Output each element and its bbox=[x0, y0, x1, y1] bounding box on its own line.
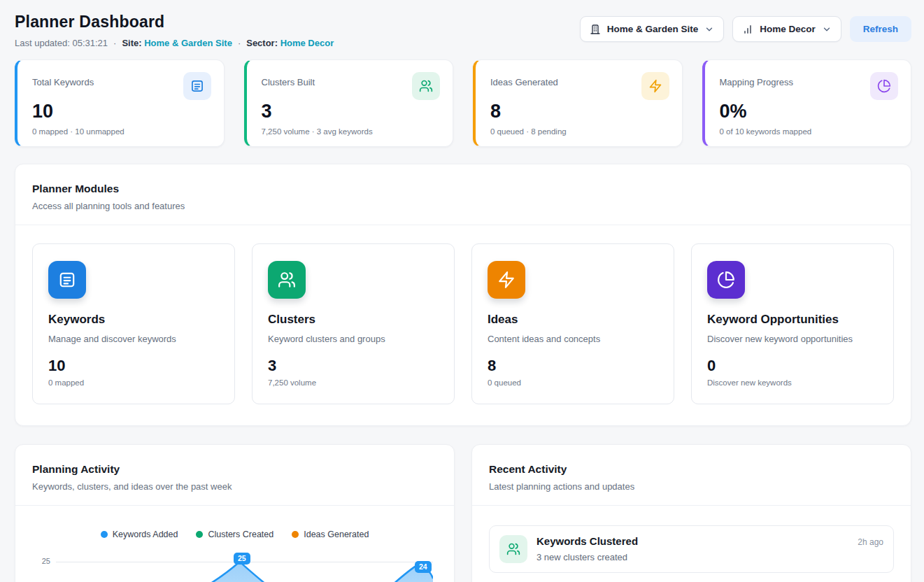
stat-label: Total Keywords bbox=[32, 77, 94, 87]
site-selector-label: Home & Garden Site bbox=[607, 24, 699, 34]
users-icon bbox=[268, 261, 306, 299]
sector-selector-dropdown[interactable]: Home Decor bbox=[732, 16, 841, 42]
planner-dashboard-page: Planner Dashboard Last updated: 05:31:21… bbox=[0, 0, 924, 582]
last-updated: Last updated: 05:31:21 bbox=[15, 38, 108, 48]
module-description: Content ideas and concepts bbox=[488, 334, 658, 344]
header-left: Planner Dashboard Last updated: 05:31:21… bbox=[15, 13, 334, 48]
stat-label: Mapping Progress bbox=[720, 77, 794, 87]
site-meta: Site: Home & Garden Site bbox=[122, 38, 232, 48]
meta-separator: · bbox=[238, 38, 241, 48]
sector-selector-label: Home Decor bbox=[760, 24, 816, 34]
section-title: Recent Activity bbox=[489, 463, 894, 476]
module-card-keywords[interactable]: Keywords Manage and discover keywords 10… bbox=[32, 243, 235, 404]
bar-chart-icon bbox=[742, 24, 753, 35]
chevron-down-icon bbox=[704, 24, 714, 34]
stat-card-clusters-built: Clusters Built 3 7,250 volume · 3 avg ke… bbox=[244, 59, 454, 147]
module-card-clusters[interactable]: Clusters Keyword clusters and groups 3 7… bbox=[252, 243, 455, 404]
activity-description: 3 new clusters created bbox=[536, 552, 883, 562]
note-icon bbox=[48, 261, 86, 299]
legend-dot-green bbox=[196, 531, 203, 538]
legend-item-ideas-generated: Ideas Generated bbox=[292, 530, 369, 539]
sector-link[interactable]: Home Decor bbox=[280, 38, 334, 48]
section-subtitle: Access all planning tools and features bbox=[32, 201, 894, 211]
activity-item: Keywords Clustered 2h ago 3 new clusters… bbox=[489, 525, 894, 573]
pie-chart-icon bbox=[870, 72, 898, 100]
header-controls: Home & Garden Site Home Decor Refresh bbox=[580, 16, 911, 42]
chart-legend: Keywords Added Clusters Created Ideas Ge… bbox=[32, 530, 437, 539]
planning-activity-header: Planning Activity Keywords, clusters, an… bbox=[15, 445, 454, 506]
activity-title: Keywords Clustered bbox=[536, 535, 638, 547]
module-title: Keyword Opportunities bbox=[707, 313, 878, 327]
meta-separator: · bbox=[113, 38, 116, 48]
site-selector-dropdown[interactable]: Home & Garden Site bbox=[580, 16, 725, 42]
stat-card-ideas-generated: Ideas Generated 8 0 queued · 8 pending bbox=[473, 59, 683, 147]
stat-detail: 0 of 10 keywords mapped bbox=[720, 127, 899, 136]
stat-label: Ideas Generated bbox=[490, 77, 558, 87]
data-point-label: 24 bbox=[415, 561, 432, 573]
module-detail: 0 mapped bbox=[48, 378, 219, 387]
pie-chart-icon bbox=[707, 261, 745, 299]
users-icon bbox=[499, 535, 527, 563]
planning-activity-panel: Planning Activity Keywords, clusters, an… bbox=[15, 444, 455, 582]
planning-activity-body: Keywords Added Clusters Created Ideas Ge… bbox=[15, 506, 454, 582]
activity-content: Keywords Clustered 2h ago 3 new clusters… bbox=[536, 535, 883, 563]
module-description: Keyword clusters and groups bbox=[268, 334, 439, 344]
planner-modules-panel: Planner Modules Access all planning tool… bbox=[15, 164, 911, 426]
data-point-label: 25 bbox=[234, 553, 250, 565]
site-link[interactable]: Home & Garden Site bbox=[144, 38, 232, 48]
legend-label: Ideas Generated bbox=[304, 530, 369, 539]
stat-value: 10 bbox=[32, 101, 211, 122]
module-title: Clusters bbox=[268, 313, 439, 327]
section-subtitle: Keywords, clusters, and ideas over the p… bbox=[32, 481, 437, 492]
legend-item-keywords-added: Keywords Added bbox=[101, 530, 178, 539]
stat-card-mapping-progress: Mapping Progress 0% 0 of 10 keywords map… bbox=[702, 59, 912, 147]
refresh-button[interactable]: Refresh bbox=[850, 16, 911, 42]
stat-detail: 0 mapped · 10 unmapped bbox=[32, 127, 211, 136]
stat-detail: 0 queued · 8 pending bbox=[490, 127, 669, 136]
page-meta: Last updated: 05:31:21 · Site: Home & Ga… bbox=[15, 38, 334, 48]
stats-row: Total Keywords 10 0 mapped · 10 unmapped… bbox=[15, 59, 911, 147]
legend-label: Clusters Created bbox=[208, 530, 273, 539]
page-title: Planner Dashboard bbox=[15, 13, 334, 31]
legend-dot-blue bbox=[101, 531, 108, 538]
module-title: Keywords bbox=[48, 313, 219, 327]
module-description: Discover new keyword opportunities bbox=[707, 334, 878, 344]
recent-activity-header: Recent Activity Latest planning actions … bbox=[472, 445, 911, 506]
legend-dot-orange bbox=[292, 531, 299, 538]
stat-value: 3 bbox=[262, 101, 441, 122]
stat-value: 8 bbox=[490, 101, 669, 122]
module-title: Ideas bbox=[488, 313, 658, 327]
bottom-row: Planning Activity Keywords, clusters, an… bbox=[15, 444, 911, 582]
y-axis-tick: 25 bbox=[32, 557, 50, 565]
module-detail: 0 queued bbox=[488, 378, 658, 387]
section-subtitle: Latest planning actions and updates bbox=[489, 481, 894, 492]
module-detail: Discover new keywords bbox=[707, 378, 878, 387]
recent-activity-body: Keywords Clustered 2h ago 3 new clusters… bbox=[472, 506, 911, 582]
module-description: Manage and discover keywords bbox=[48, 334, 219, 344]
section-title: Planning Activity bbox=[32, 463, 437, 476]
zap-icon bbox=[488, 261, 525, 299]
module-detail: 7,250 volume bbox=[268, 378, 439, 387]
building-icon bbox=[590, 24, 601, 35]
stat-value: 0% bbox=[720, 101, 899, 122]
module-value: 0 bbox=[707, 357, 878, 375]
planner-modules-header: Planner Modules Access all planning tool… bbox=[15, 164, 911, 225]
stat-card-total-keywords: Total Keywords 10 0 mapped · 10 unmapped bbox=[15, 59, 225, 147]
stat-label: Clusters Built bbox=[262, 77, 315, 87]
section-title: Planner Modules bbox=[32, 183, 894, 195]
stat-detail: 7,250 volume · 3 avg keywords bbox=[262, 127, 441, 136]
header: Planner Dashboard Last updated: 05:31:21… bbox=[15, 13, 911, 48]
module-value: 10 bbox=[48, 357, 219, 375]
zap-icon bbox=[641, 72, 669, 100]
legend-label: Keywords Added bbox=[113, 530, 178, 539]
module-value: 3 bbox=[268, 357, 439, 375]
chevron-down-icon bbox=[822, 24, 832, 34]
module-card-keyword-opportunities[interactable]: Keyword Opportunities Discover new keywo… bbox=[691, 243, 894, 404]
module-card-ideas[interactable]: Ideas Content ideas and concepts 8 0 que… bbox=[471, 243, 674, 404]
users-icon bbox=[412, 72, 440, 100]
activity-area-chart: 25 25 24 bbox=[32, 551, 437, 582]
modules-grid: Keywords Manage and discover keywords 10… bbox=[15, 225, 911, 425]
recent-activity-panel: Recent Activity Latest planning actions … bbox=[471, 444, 911, 582]
activity-timestamp: 2h ago bbox=[858, 537, 883, 547]
module-value: 8 bbox=[488, 357, 658, 375]
